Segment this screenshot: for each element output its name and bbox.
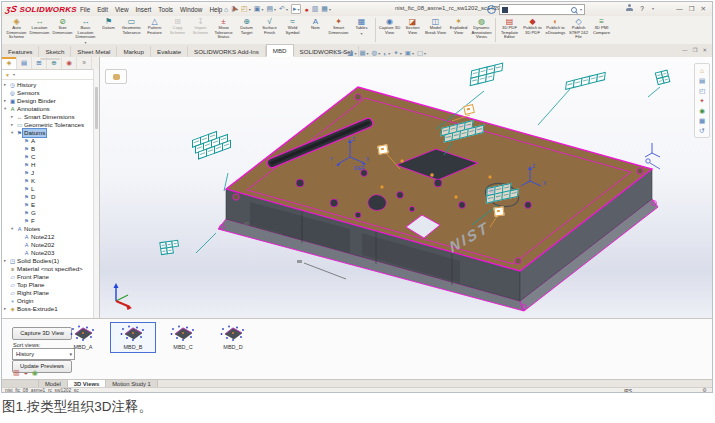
doc-restore-button[interactable]: ❐ [692, 47, 697, 53]
preview-icon[interactable]: ◉ [32, 369, 38, 377]
exploded-view-button[interactable]: ✶Exploded View [447, 16, 470, 44]
tree-item-d[interactable]: ⚑D [2, 193, 94, 201]
tree-item-g[interactable]: ⚑G [2, 209, 94, 217]
tab-evaluate[interactable]: Evaluate [151, 46, 188, 57]
menu-window[interactable]: Window [180, 6, 202, 13]
home-icon[interactable]: ⌂ [700, 67, 704, 74]
annotation-views-icon[interactable]: ▦▾ [359, 49, 368, 57]
tree-item-e[interactable]: ⚑E [2, 201, 94, 209]
model-break-view-button[interactable]: ◫Model Break View [424, 16, 447, 44]
tree-item-note212[interactable]: ANote212 [2, 233, 94, 241]
restore-button[interactable]: ❐ [689, 4, 695, 13]
capture-3d-view-button[interactable]: ◉Capture 3D View [378, 16, 401, 44]
datum-flag[interactable] [493, 206, 504, 216]
tree-item-top-plane[interactable]: ▱Top Plane [2, 281, 94, 289]
view-thumbnail-mbd_b[interactable]: MBD_B [110, 322, 156, 353]
publish-step-242-file-button[interactable]: ◇Publish STEP 242 File [567, 16, 590, 44]
tab-features[interactable]: Features [2, 46, 39, 57]
tab-markup[interactable]: Markup [117, 46, 151, 57]
dropdown-caret[interactable]: ▾ [388, 51, 390, 56]
tree-item-history[interactable]: ▸◷History [2, 81, 94, 89]
tab-mbd[interactable]: MBD [266, 44, 294, 57]
doc-close-button[interactable]: ✕ [702, 47, 707, 53]
panes-icon[interactable]: ▦▾ [321, 5, 331, 13]
status-gear-icon[interactable]: ⚙ [702, 387, 707, 393]
options-icon[interactable]: ▥ [312, 5, 319, 13]
expand-tabs[interactable]: » [77, 57, 92, 69]
zoom-area-icon[interactable]: ◔ [332, 50, 336, 57]
graphics-viewport[interactable]: NIST [100, 57, 712, 318]
menu-edit[interactable]: Edit [97, 6, 108, 13]
tree-item-smart-dimensions[interactable]: ▸↔Smart Dimensions [2, 113, 94, 121]
search-scope-icon[interactable] [502, 7, 508, 13]
view-thumbnail-mbd_d[interactable]: MBD_D [210, 322, 256, 353]
tree-item-solid-bodies-1-[interactable]: ▸◳Solid Bodies(1) [2, 257, 94, 265]
custom-properties-icon[interactable]: ▦ [699, 117, 705, 124]
tree-item-note203[interactable]: ANote203 [2, 249, 94, 257]
menu-tools[interactable]: Tools [158, 6, 173, 13]
smart-dimension-button[interactable]: ✦Smart Dimension [327, 16, 350, 44]
appearances-icon[interactable]: ◉ [699, 107, 705, 114]
auto-dimension-scheme-button[interactable]: ◈Auto Dimension Scheme [5, 16, 28, 44]
publish-to-3d-pdf-button[interactable]: ◆Publish to 3D PDF [521, 16, 544, 44]
home-icon[interactable]: ⌂ [224, 6, 228, 13]
menu-view[interactable]: View [115, 6, 129, 13]
tree-item-j[interactable]: ⚑J [2, 169, 94, 177]
hide-show-icon[interactable]: ◐▾ [383, 50, 390, 57]
publish-to-edrawings-button[interactable]: ◐Publish to eDrawings [544, 16, 567, 44]
zoom-fit-icon[interactable]: ◌ [325, 50, 329, 57]
menu-insert[interactable]: Insert [136, 6, 152, 13]
publish-edrawings-icon[interactable]: ◒ [24, 369, 28, 377]
section-view-button[interactable]: ◪Section View [401, 16, 424, 44]
display-style-icon[interactable]: ◍▾ [372, 49, 381, 57]
publish-pdf-icon[interactable]: ▥ [13, 369, 20, 377]
user-account-icon[interactable] [626, 4, 633, 12]
tree-item-front-plane[interactable]: ▱Front Plane [2, 273, 94, 281]
part-3d-model[interactable]: NIST [218, 87, 658, 311]
datum-button[interactable]: ⚑Datum [97, 16, 120, 44]
dropdown-caret[interactable]: ▾ [354, 51, 356, 56]
view-thumbnail-mbd_a[interactable]: MBD_A [60, 322, 106, 353]
show-tolerance-status-button[interactable]: ±Show Tolerance Status [212, 16, 235, 44]
dropdown-caret[interactable]: ▾ [274, 7, 276, 12]
tree-item-b[interactable]: ⚑B [2, 145, 94, 153]
globe-icon[interactable] [487, 5, 496, 14]
previous-view-icon[interactable]: ↩ [339, 49, 344, 57]
datum-target-button[interactable]: ⊕Datum Target [235, 16, 258, 44]
open-icon[interactable]: ◰▾ [241, 5, 251, 13]
doc-minimize-button[interactable]: — [682, 47, 688, 53]
gdt-annotation[interactable] [159, 240, 178, 254]
tree-item-geometric-tolerances[interactable]: ▸▭Geometric Tolerances [2, 121, 94, 129]
gdt-annotation[interactable] [655, 70, 670, 85]
size-dimension-button[interactable]: ⊘Size Dimension [51, 16, 74, 44]
dropdown-caret[interactable]: ▾ [378, 51, 380, 56]
3d-pdf-template-editor-button[interactable]: ▤3D PDF Template Editor [498, 16, 521, 44]
new-document-icon[interactable]: ▯▾ [231, 5, 238, 13]
dropdown-caret[interactable]: ▾ [412, 51, 414, 56]
panel-scrollbar[interactable] [93, 69, 99, 318]
propertymanager-tab[interactable]: ▤ [17, 57, 32, 69]
dropdown-caret[interactable]: ▾ [236, 7, 238, 12]
dropdown-caret[interactable]: ▾ [261, 7, 263, 12]
search-icon[interactable] [571, 7, 577, 13]
status-units[interactable]: IPS [624, 388, 632, 393]
tab-solidworks-add-ins[interactable]: SOLIDWORKS Add-Ins [188, 46, 266, 57]
tree-filter-row[interactable]: ▼ ▾ [2, 70, 99, 80]
menu-file[interactable]: File [80, 6, 90, 13]
help-button[interactable]: ? [640, 5, 644, 12]
tree-item-h[interactable]: ⚑H [2, 161, 94, 169]
dropdown-caret[interactable]: ▾ [249, 7, 251, 12]
geometric-tolerance-button[interactable]: ▭Geometric Tolerance [120, 16, 143, 44]
view-settings-icon[interactable]: ▢▾ [417, 49, 426, 57]
save-icon[interactable]: ▣▾ [254, 5, 264, 13]
tree-item-datums[interactable]: ▾⚑Datums [2, 129, 94, 137]
dropdown-caret[interactable]: ▾ [367, 51, 369, 56]
dropdown-caret[interactable]: ▾ [424, 51, 426, 56]
tab-sheet-metal[interactable]: Sheet Metal [71, 46, 117, 57]
tables-button[interactable]: ▦Tables▾ [350, 16, 373, 44]
appearance-icon[interactable]: ✦▾ [393, 49, 401, 57]
scene-icon[interactable]: ▣▾ [405, 49, 414, 57]
tree-item-notes[interactable]: ▾ANotes [2, 225, 94, 233]
note-button[interactable]: ANote [304, 16, 327, 44]
tree-item-material-not-specified-[interactable]: ≡Material <not specified> [2, 265, 94, 273]
